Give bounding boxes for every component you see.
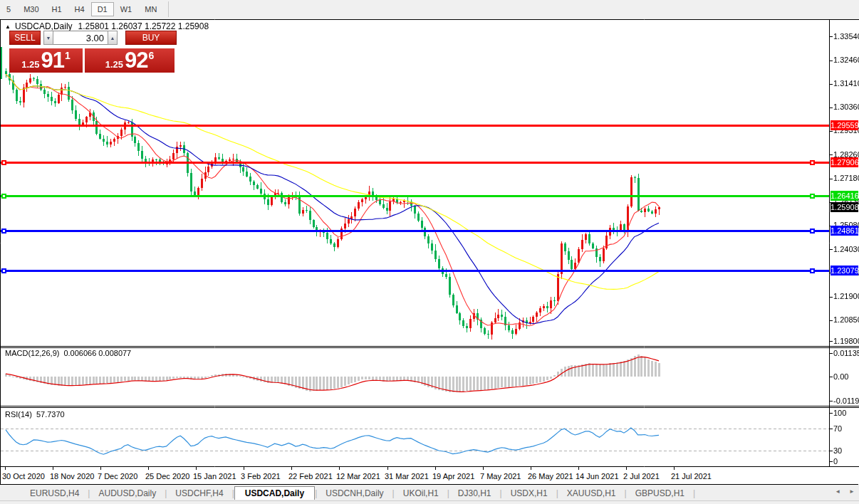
macd-label: MACD(12,26,9) <box>5 349 59 357</box>
macd-values: 0.006066 0.008077 <box>63 349 131 357</box>
buy-price-big: 92 <box>125 49 147 71</box>
buy-price-prefix: 1.25 <box>105 59 123 70</box>
current-price-label: 1.25908 <box>831 202 858 212</box>
date-tick <box>578 467 579 470</box>
date-label: 22 Feb 2021 <box>288 472 333 481</box>
axis-tick-label: -0.01190 <box>833 397 859 406</box>
axis-tick-label: 1.21900 <box>833 292 859 301</box>
date-axis: 30 Oct 202018 Nov 20207 Dec 202025 Dec 2… <box>0 467 858 485</box>
tab-xauusd-h1[interactable]: XAUUSD,H1 <box>558 487 625 500</box>
axis-tick-label: 30 <box>833 446 842 456</box>
tab-usdx-h1[interactable]: USDX,H1 <box>502 487 556 500</box>
axis-tick-label: 100 <box>833 409 846 418</box>
date-tick <box>626 467 627 470</box>
date-tick <box>531 467 531 470</box>
rsi-value: 57.7370 <box>36 410 65 419</box>
rsi-header: RSI(14)57.7370 <box>5 410 69 419</box>
date-tick <box>483 467 484 470</box>
status-strip <box>0 500 859 504</box>
timeframe-h4[interactable]: H4 <box>68 2 91 16</box>
axis-tick-label: 70 <box>833 424 842 434</box>
sell-price-pip: 1 <box>65 50 71 61</box>
timeframe-toolbar: 5M30H1H4D1W1MN <box>0 0 859 19</box>
axis-tick-label: 1.30360 <box>833 103 859 112</box>
toolbar-separator <box>168 1 169 17</box>
date-tick <box>339 467 340 470</box>
axis-tick-label: 0.01135 <box>833 349 859 358</box>
date-tick <box>5 467 6 470</box>
buy-price-pip: 6 <box>149 50 155 61</box>
volume-increase-button[interactable]: ▲ <box>108 31 118 45</box>
timeframe-w1[interactable]: W1 <box>114 2 139 16</box>
tab-usdcad-daily[interactable]: USDCAD,Daily <box>234 486 315 500</box>
chart-symbol-period: USDCAD,Daily <box>15 21 73 31</box>
hline-price-label: 1.23079 <box>831 266 858 275</box>
chart-tab-bar: EURUSD,H4|AUDUSD,Daily|USDCHF,H4|USDCAD,… <box>0 485 859 500</box>
volume-input[interactable] <box>53 31 108 45</box>
tab-eurusd-h4[interactable]: EURUSD,H4 <box>21 487 88 500</box>
date-tick <box>244 467 244 470</box>
date-label: 26 May 2021 <box>528 472 573 481</box>
date-label: 25 Dec 2020 <box>145 472 189 481</box>
chart-header: ▲ USDCAD,Daily 1.25801 1.26037 1.25722 1… <box>5 21 209 31</box>
chart-tabs: EURUSD,H4|AUDUSD,Daily|USDCHF,H4|USDCAD,… <box>21 486 695 500</box>
date-label: 7 Dec 2020 <box>98 472 137 481</box>
macd-header: MACD(12,26,9)0.006066 0.008077 <box>5 349 135 357</box>
collapse-chart-icon[interactable]: ▲ <box>5 23 11 30</box>
price-chart-canvas[interactable] <box>0 19 859 467</box>
timeframe-buttons: 5M30H1H4D1W1MN <box>0 2 163 16</box>
tab-scroll-right-icon[interactable]: ► <box>849 488 855 495</box>
tab-usdcnh-daily[interactable]: USDCNH,Daily <box>317 487 392 500</box>
date-label: 18 Nov 2020 <box>50 472 94 481</box>
date-label: 30 Oct 2020 <box>2 472 45 481</box>
timeframe-h1[interactable]: H1 <box>46 2 68 16</box>
volume-decrease-button[interactable]: ▼ <box>43 31 53 45</box>
timeframe-mn[interactable]: MN <box>138 2 163 16</box>
tab-ukoil-h1[interactable]: UKOil,H1 <box>395 487 447 500</box>
chart-ohlc-values: 1.25801 1.26037 1.25722 1.25908 <box>78 21 209 31</box>
buy-price-display[interactable]: 1.25 92 6 <box>85 48 175 73</box>
chart-window: ▲ USDCAD,Daily 1.25801 1.26037 1.25722 1… <box>0 19 859 485</box>
date-label: 21 Jul 2021 <box>671 472 712 481</box>
axis-tick-label: 0 <box>833 457 838 466</box>
date-label: 3 Feb 2021 <box>241 472 281 481</box>
sell-button[interactable]: SELL <box>9 31 41 45</box>
date-tick <box>435 467 436 470</box>
date-label: 12 Mar 2021 <box>336 472 380 481</box>
one-click-trade-panel: SELL ▼ ▲ BUY 1.25 91 1 1.25 92 6 <box>9 31 180 73</box>
tab-separator: | <box>693 488 695 498</box>
hline-price-label: 1.29559 <box>831 120 858 130</box>
date-label: 31 Mar 2021 <box>385 472 429 481</box>
buy-button[interactable]: BUY <box>125 31 177 45</box>
tab-usdchf-h4[interactable]: USDCHF,H4 <box>167 487 231 500</box>
timeframe-m30[interactable]: M30 <box>17 2 45 16</box>
hline-price-label: 1.27906 <box>831 157 858 167</box>
date-label: 2 Jul 2021 <box>623 472 660 481</box>
axis-tick-label: 1.24030 <box>833 245 859 254</box>
rsi-label: RSI(14) <box>5 410 32 419</box>
hline-price-label: 1.24861 <box>831 226 858 236</box>
tab-scroll-arrows: ◄ ► <box>835 488 855 495</box>
date-tick <box>196 467 197 470</box>
axis-tick-label: 1.20850 <box>833 315 859 325</box>
date-tick <box>291 467 292 470</box>
date-tick <box>53 467 53 470</box>
tab-scroll-left-icon[interactable]: ◄ <box>835 488 840 495</box>
sell-price-prefix: 1.25 <box>21 59 39 70</box>
date-label: 15 Jan 2021 <box>193 472 236 481</box>
tab-audusd-daily[interactable]: AUDUSD,Daily <box>90 487 165 500</box>
tab-gbpusd-h1[interactable]: GBPUSD,H1 <box>627 487 693 500</box>
date-label: 7 May 2021 <box>480 472 521 481</box>
date-label: 14 Jun 2021 <box>576 472 619 481</box>
timeframe-d1[interactable]: D1 <box>91 2 114 16</box>
date-tick <box>148 467 149 470</box>
tab-dj30-h1[interactable]: DJ30,H1 <box>449 487 500 500</box>
date-tick <box>387 467 388 470</box>
axis-tick-label: 1.33540 <box>833 32 859 41</box>
date-label: 19 Apr 2021 <box>432 472 474 481</box>
timeframe-5[interactable]: 5 <box>0 2 17 16</box>
axis-tick-label: 0.00 <box>833 372 848 382</box>
date-tick <box>674 467 675 470</box>
sell-price-display[interactable]: 1.25 91 1 <box>9 48 83 73</box>
axis-tick-label: 1.19800 <box>833 337 859 346</box>
